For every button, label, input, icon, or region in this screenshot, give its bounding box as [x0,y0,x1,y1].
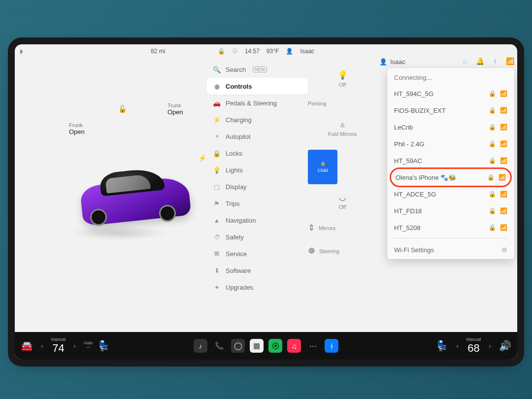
wifi-icon: 📶 [500,224,507,231]
temp-down-r[interactable]: ‹ [453,342,462,350]
wifi-settings-link[interactable]: Wi-Fi Settings [394,246,434,254]
settings-item-charging[interactable]: ⚡Charging [207,111,308,128]
cellular-icon[interactable]: 📶 [506,57,514,65]
right-panel: 👤 Isaac ⌂ 🔔 ᚼ 📶 Connecting... HT_594C_5G… [377,58,517,332]
settings-item-locks[interactable]: 🔒Locks [207,145,308,162]
frunk-control[interactable]: FrunkOpen [69,122,85,135]
seat-heat-passenger[interactable]: 💺 [436,340,448,352]
light-control[interactable]: 💡 Off [308,70,377,88]
car-icon[interactable]: 🚘 [21,340,33,352]
light-icon: 💡 [337,70,348,80]
settings-item-display[interactable]: ▢Display [207,178,308,195]
wifi-network[interactable]: FiOS-BUZIX_EXT🔒📶 [387,102,514,119]
wifi-network[interactable]: HT_ADCE_5G🔒📶 [387,186,514,202]
network-name: FiOS-BUZIX_EXT [394,107,485,114]
driver-temp[interactable]: 74 [51,342,66,354]
child-lock-card[interactable]: 🔒 Child [308,150,337,184]
network-name: Olena's iPhone 🐾🐝 [396,174,483,181]
headlight-icon[interactable]: ◗ [20,48,23,55]
menu-icon: 🛠 [213,250,221,258]
trunk-control[interactable]: TrunkOpen [167,102,183,116]
parking-label: Parking [308,100,377,106]
temp-up-r[interactable]: › [486,342,494,350]
outside-temp: 93°F [266,48,279,55]
network-name: HT_594C_5G [394,90,485,98]
person-icon: 👤 [379,58,387,66]
wifi-network[interactable]: LeCrib🔒📶 [387,119,514,135]
gear-icon[interactable]: ⚙ [501,246,507,254]
lock-icon: 🔒 [489,140,496,147]
bell-icon[interactable]: 🔔 [476,57,484,65]
settings-item-autopilot[interactable]: ⌖Autopilot [207,128,308,145]
settings-item-trips[interactable]: ⚑Trips [207,195,308,212]
lock-status-icon[interactable]: 🔒 [218,48,225,55]
wheel-icon: ☸ [308,246,315,256]
wifi-icon: 📶 [500,90,507,97]
fold-mirrors-control[interactable]: ▵ Fold Mirrors [308,119,377,137]
wifi-network[interactable]: Olena's iPhone 🐾🐝🔒📶 [390,167,512,187]
app-applemusic[interactable]: ♫ [287,339,301,353]
homelink-icon[interactable]: ⌂ [463,57,467,65]
app-music[interactable]: ♪ [194,339,207,353]
charge-port-icon[interactable]: ⚡ [198,154,206,162]
wifi-network[interactable]: Phil - 2.4G🔒📶 [387,135,514,152]
app-dashcam[interactable]: ◯ [231,339,245,353]
settings-menu: 🔍 Search NEW ◉Controls🚗Pedals & Steering… [207,58,308,332]
sentry-icon[interactable]: ⦿ [232,48,238,55]
app-spotify[interactable]: ⦿ [268,339,282,353]
lock-icon: 🔒 [489,191,496,198]
menu-icon: ⚡ [213,116,221,124]
wifi-network[interactable]: HT_5208🔒📶 [387,219,514,236]
bottom-dock: 🚘 ‹ Manual74 › Auto〰 💺 ♪ 📞 ◯ ▦ ⦿ ♫ ⋯ ᚼ 💺… [15,332,517,360]
steering-adjust[interactable]: ☸ Steering [308,246,377,256]
profile-chip[interactable]: 👤 Isaac [379,58,405,66]
wifi-status: Connecting... [387,72,514,85]
settings-item-lights[interactable]: 💡Lights [207,162,308,178]
passenger-temp[interactable]: 68 [466,342,481,354]
volume-icon[interactable]: 🔊 [499,340,511,352]
seat-heat-driver[interactable]: 💺 [98,340,110,352]
mirrors-adjust[interactable]: ⇕ Mirrors [308,223,377,233]
temp-up[interactable]: › [70,342,79,350]
settings-item-controls[interactable]: ◉Controls [207,78,308,95]
wifi-network[interactable]: HT_594C_5G🔒📶 [387,85,514,102]
settings-item-upgrades[interactable]: ✦Upgrades [207,279,308,296]
menu-icon: 🔒 [213,150,221,157]
car-render [71,162,200,231]
app-calendar[interactable]: ▦ [250,339,264,353]
wifi-network[interactable]: HT_59AC🔒📶 [387,152,514,169]
clock: 14:57 [245,48,260,55]
lock-icon: 🔒 [489,107,496,114]
app-phone[interactable]: 📞 [212,339,226,353]
settings-item-navigation[interactable]: ▲Navigation [207,212,308,229]
settings-item-safety[interactable]: ⏱Safety [207,229,308,245]
bluetooth-icon[interactable]: ᚼ [493,57,497,65]
wifi-icon: 📶 [500,191,507,198]
menu-icon: ▲ [213,217,221,224]
wifi-network[interactable]: HT_FD18🔒📶 [387,202,514,219]
profile-icon: 👤 [286,48,293,55]
adjust-icon: ⇕ [308,223,315,233]
app-more[interactable]: ⋯ [306,339,320,353]
network-name: HT_5208 [394,224,485,232]
range-indicator[interactable]: 82 mi [151,48,165,55]
menu-icon: 💡 [213,166,221,174]
lock-icon: 🔒 [489,207,496,214]
wiper-icon: ◡ [339,192,346,202]
network-name: HT_FD18 [394,207,485,215]
status-icons: ⌂ 🔔 ᚼ 📶 [463,57,514,65]
settings-item-service[interactable]: 🛠Service [207,245,308,262]
profile-name[interactable]: Isaac [300,48,314,55]
wiper-control[interactable]: ◡ Off [308,192,377,210]
app-bluetooth[interactable]: ᚼ [325,339,338,353]
lock-icon: 🔒 [487,174,495,181]
settings-item-software[interactable]: ⬇Software [207,262,308,279]
temp-down[interactable]: ‹ [38,342,46,350]
search-icon: 🔍 [213,66,221,73]
lock-icon[interactable]: 🔓 [118,105,127,113]
climate-auto[interactable]: Auto〰 [84,341,93,351]
settings-search[interactable]: 🔍 Search NEW [207,61,308,78]
touchscreen: ◗ 82 mi 🔒 ⦿ 14:57 93°F 👤 Isaac FrunkOpen… [15,44,517,360]
settings-item-pedals-steering[interactable]: 🚗Pedals & Steering [207,95,308,111]
new-badge: NEW [253,66,267,72]
